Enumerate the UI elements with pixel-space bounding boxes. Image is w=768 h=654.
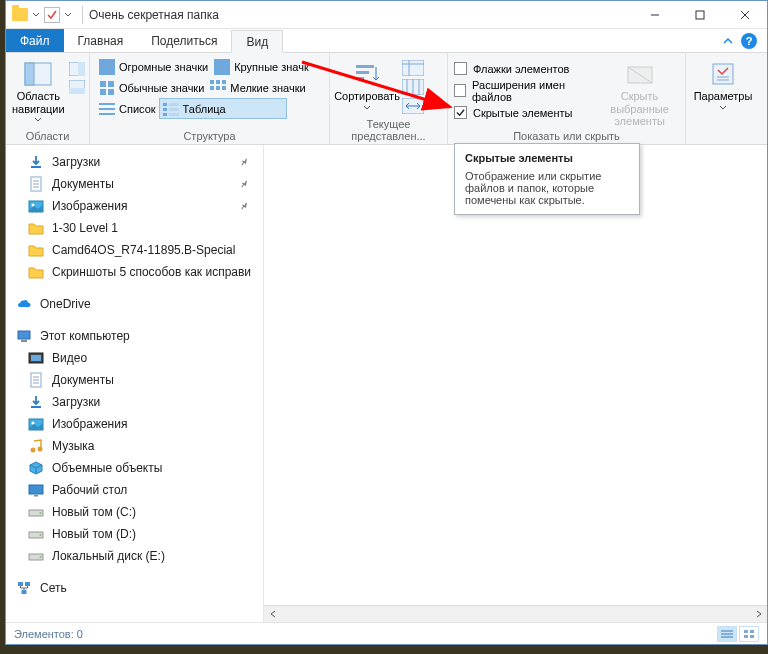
tab-share[interactable]: Поделиться	[137, 29, 231, 52]
layout-table[interactable]: Таблица	[159, 98, 287, 119]
view-details-toggle[interactable]	[717, 626, 737, 642]
svg-point-68	[40, 512, 42, 514]
file-list-pane[interactable]	[264, 145, 767, 622]
tree-item[interactable]: Camd64OS_R74-11895.B-Special	[6, 239, 263, 261]
ribbon-group-layout: Огромные значки Крупные значк Обычные зн…	[90, 53, 330, 144]
tree-item[interactable]: Загрузки	[6, 391, 263, 413]
doc-icon	[28, 176, 44, 192]
qat-dropdown-1[interactable]	[31, 11, 41, 19]
close-button[interactable]	[722, 1, 767, 29]
tree-item[interactable]: Изображения	[6, 413, 263, 435]
group-by-icon[interactable]	[402, 60, 424, 76]
svg-rect-8	[99, 59, 115, 75]
view-large-icons-toggle[interactable]	[739, 626, 759, 642]
help-icon[interactable]: ?	[741, 33, 757, 49]
drive-icon	[28, 526, 44, 542]
svg-rect-53	[21, 340, 27, 342]
maximize-button[interactable]	[677, 1, 722, 29]
tree-item[interactable]: Сеть	[6, 577, 263, 599]
tree-item[interactable]: 1-30 Level 1	[6, 217, 263, 239]
qat-properties-icon[interactable]	[44, 7, 60, 23]
minimize-ribbon-icon[interactable]	[723, 37, 733, 45]
minimize-button[interactable]	[632, 1, 677, 29]
tree-item-label: Этот компьютер	[40, 329, 130, 343]
hide-selected-button: Скрыть выбранные элементы	[600, 56, 679, 128]
content-area: ЗагрузкиДокументыИзображения1-30 Level 1…	[6, 145, 767, 622]
folder-icon	[28, 264, 44, 280]
checkbox-hidden-items[interactable]: Скрытые элементы	[454, 102, 596, 123]
scroll-track[interactable]	[281, 606, 750, 623]
navigation-pane-button[interactable]: Область навигации	[12, 56, 65, 122]
svg-rect-14	[210, 80, 214, 84]
layout-lg[interactable]: Крупные значк	[211, 56, 312, 77]
svg-rect-11	[108, 81, 114, 87]
tree-item[interactable]: Локальный диск (E:)	[6, 545, 263, 567]
tree-item-label: Новый том (D:)	[52, 527, 136, 541]
doc-icon	[28, 372, 44, 388]
video-icon	[28, 350, 44, 366]
qat-dropdown-2[interactable]	[63, 11, 73, 19]
tree-item-label: Локальный диск (E:)	[52, 549, 165, 563]
navigation-tree[interactable]: ЗагрузкиДокументыИзображения1-30 Level 1…	[6, 145, 264, 622]
hide-selected-icon	[625, 60, 655, 88]
tree-item-label: Музыка	[52, 439, 94, 453]
details-pane-icon[interactable]	[69, 80, 85, 94]
svg-rect-17	[210, 86, 214, 90]
pictures-icon	[28, 198, 44, 214]
folder-icon	[28, 242, 44, 258]
layout-list[interactable]: Список	[96, 98, 159, 119]
tree-item[interactable]: Документы	[6, 369, 263, 391]
svg-point-72	[40, 556, 42, 558]
tree-item[interactable]: Документы	[6, 173, 263, 195]
svg-rect-81	[744, 635, 748, 638]
tree-item[interactable]: Загрузки	[6, 151, 263, 173]
tree-item-label: Объемные объекты	[52, 461, 162, 475]
tree-item[interactable]: Скриншоты 5 способов как исправи	[6, 261, 263, 283]
svg-rect-3	[25, 63, 34, 85]
layout-xl[interactable]: Огромные значки	[96, 56, 211, 77]
svg-rect-15	[216, 80, 220, 84]
tree-item[interactable]: Видео	[6, 347, 263, 369]
tree-item-label: Camd64OS_R74-11895.B-Special	[52, 243, 235, 257]
tree-item[interactable]: Новый том (D:)	[6, 523, 263, 545]
tree-item[interactable]: Музыка	[6, 435, 263, 457]
tree-item-label: Рабочий стол	[52, 483, 127, 497]
add-columns-icon[interactable]	[402, 79, 424, 95]
tab-file[interactable]: Файл	[6, 29, 64, 52]
tree-item[interactable]: OneDrive	[6, 293, 263, 315]
navigation-pane-label: Область навигации	[12, 90, 65, 115]
tab-view[interactable]: Вид	[231, 30, 283, 53]
sort-button[interactable]: Сортировать	[336, 56, 398, 110]
checkbox-item-flags[interactable]: Флажки элементов	[454, 58, 596, 79]
tree-item[interactable]: Новый том (C:)	[6, 501, 263, 523]
onedrive-icon	[16, 296, 32, 312]
svg-rect-66	[34, 495, 38, 497]
svg-rect-65	[29, 485, 43, 494]
tree-item[interactable]: Этот компьютер	[6, 325, 263, 347]
tree-item-label: Изображения	[52, 417, 127, 431]
tooltip-hidden-items: Скрытые элементы Отображение или скрытие…	[454, 143, 640, 215]
options-button[interactable]: Параметры	[692, 56, 754, 110]
svg-point-64	[38, 447, 43, 452]
tab-home[interactable]: Главная	[64, 29, 138, 52]
svg-rect-80	[750, 630, 754, 633]
scroll-left-button[interactable]	[264, 606, 281, 623]
preview-pane-icon[interactable]	[69, 62, 85, 76]
titlebar: Очень секретная папка	[6, 1, 767, 29]
fit-columns-icon[interactable]	[402, 98, 424, 114]
svg-rect-29	[356, 65, 374, 68]
svg-rect-75	[22, 590, 27, 594]
tree-item[interactable]: Изображения	[6, 195, 263, 217]
checkbox-file-extensions[interactable]: Расширения имен файлов	[454, 80, 596, 101]
horizontal-scrollbar[interactable]	[264, 605, 767, 622]
tree-item[interactable]: Объемные объекты	[6, 457, 263, 479]
tree-item[interactable]: Рабочий стол	[6, 479, 263, 501]
scroll-right-button[interactable]	[750, 606, 767, 623]
layout-sm[interactable]: Мелкие значки	[207, 77, 308, 98]
tree-item-label: Документы	[52, 177, 114, 191]
layout-md[interactable]: Обычные значки	[96, 77, 207, 98]
svg-rect-55	[31, 355, 41, 361]
svg-rect-12	[100, 89, 106, 95]
group-label-current-view: Текущее представлен...	[336, 117, 441, 142]
svg-rect-5	[78, 62, 85, 76]
